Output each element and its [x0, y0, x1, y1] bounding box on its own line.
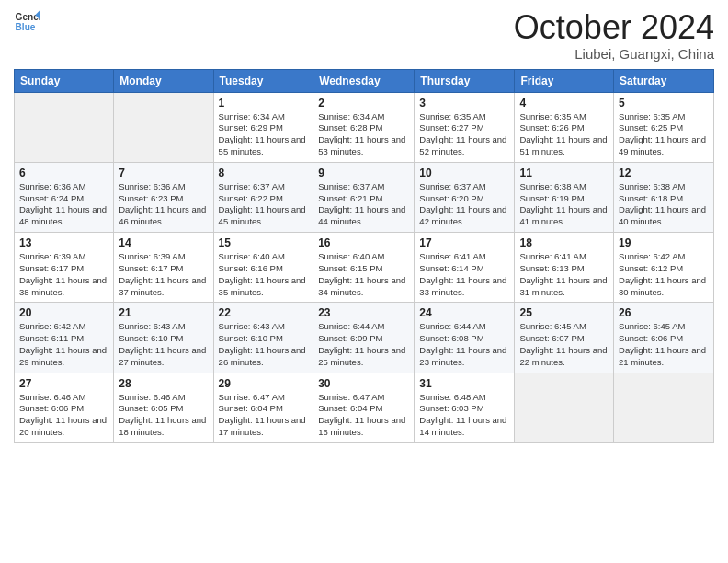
day-info: Sunrise: 6:43 AM Sunset: 6:10 PM Dayligh… — [219, 321, 309, 368]
calendar-cell: 13Sunrise: 6:39 AM Sunset: 6:17 PM Dayli… — [15, 233, 114, 303]
calendar-cell: 18Sunrise: 6:41 AM Sunset: 6:13 PM Dayli… — [515, 233, 614, 303]
calendar-week-row: 1Sunrise: 6:34 AM Sunset: 6:29 PM Daylig… — [15, 92, 714, 162]
calendar-cell: 17Sunrise: 6:41 AM Sunset: 6:14 PM Dayli… — [415, 233, 515, 303]
weekday-header-row: Sunday Monday Tuesday Wednesday Thursday… — [15, 69, 714, 92]
day-number: 4 — [519, 97, 609, 109]
title-block: October 2024 Liubei, Guangxi, China — [514, 9, 714, 62]
day-number: 15 — [219, 236, 309, 249]
calendar-cell: 12Sunrise: 6:38 AM Sunset: 6:18 PM Dayli… — [614, 162, 714, 232]
day-info: Sunrise: 6:46 AM Sunset: 6:06 PM Dayligh… — [19, 392, 108, 439]
day-info: Sunrise: 6:44 AM Sunset: 6:09 PM Dayligh… — [318, 321, 409, 368]
day-number: 13 — [19, 236, 108, 249]
day-info: Sunrise: 6:35 AM Sunset: 6:27 PM Dayligh… — [419, 111, 509, 158]
calendar-cell: 23Sunrise: 6:44 AM Sunset: 6:09 PM Dayli… — [313, 303, 415, 373]
day-info: Sunrise: 6:35 AM Sunset: 6:26 PM Dayligh… — [519, 111, 609, 158]
day-number: 14 — [119, 236, 208, 249]
day-number: 24 — [419, 306, 509, 319]
day-info: Sunrise: 6:38 AM Sunset: 6:18 PM Dayligh… — [619, 181, 709, 228]
col-sunday: Sunday — [15, 69, 114, 92]
day-info: Sunrise: 6:38 AM Sunset: 6:19 PM Dayligh… — [519, 181, 609, 228]
calendar-cell: 26Sunrise: 6:45 AM Sunset: 6:06 PM Dayli… — [614, 303, 714, 373]
day-number: 11 — [519, 167, 609, 179]
day-number: 12 — [619, 167, 709, 179]
logo-icon: General Blue — [14, 9, 40, 35]
calendar-cell: 15Sunrise: 6:40 AM Sunset: 6:16 PM Dayli… — [213, 233, 313, 303]
day-number: 28 — [119, 377, 208, 390]
day-number: 8 — [219, 167, 309, 179]
calendar-cell: 28Sunrise: 6:46 AM Sunset: 6:05 PM Dayli… — [114, 373, 213, 442]
title-month: October 2024 — [514, 9, 714, 46]
day-info: Sunrise: 6:35 AM Sunset: 6:25 PM Dayligh… — [619, 111, 709, 158]
calendar-cell: 24Sunrise: 6:44 AM Sunset: 6:08 PM Dayli… — [415, 303, 515, 373]
calendar-cell: 25Sunrise: 6:45 AM Sunset: 6:07 PM Dayli… — [515, 303, 614, 373]
day-number: 18 — [519, 236, 609, 249]
day-number: 2 — [318, 97, 409, 109]
header: General Blue October 2024 Liubei, Guangx… — [14, 9, 714, 62]
day-info: Sunrise: 6:47 AM Sunset: 6:04 PM Dayligh… — [318, 392, 409, 439]
day-info: Sunrise: 6:36 AM Sunset: 6:24 PM Dayligh… — [19, 181, 108, 228]
day-number: 10 — [419, 167, 509, 179]
day-info: Sunrise: 6:37 AM Sunset: 6:22 PM Dayligh… — [219, 181, 309, 228]
day-info: Sunrise: 6:40 AM Sunset: 6:15 PM Dayligh… — [318, 251, 409, 298]
svg-text:Blue: Blue — [16, 22, 36, 32]
calendar-cell: 30Sunrise: 6:47 AM Sunset: 6:04 PM Dayli… — [313, 373, 415, 442]
day-info: Sunrise: 6:40 AM Sunset: 6:16 PM Dayligh… — [219, 251, 309, 298]
calendar-week-row: 6Sunrise: 6:36 AM Sunset: 6:24 PM Daylig… — [15, 162, 714, 232]
col-friday: Friday — [515, 69, 614, 92]
day-info: Sunrise: 6:41 AM Sunset: 6:14 PM Dayligh… — [419, 251, 509, 298]
day-info: Sunrise: 6:41 AM Sunset: 6:13 PM Dayligh… — [519, 251, 609, 298]
day-number: 16 — [318, 236, 409, 249]
day-info: Sunrise: 6:42 AM Sunset: 6:11 PM Dayligh… — [19, 321, 108, 368]
calendar-cell: 8Sunrise: 6:37 AM Sunset: 6:22 PM Daylig… — [213, 162, 313, 232]
day-number: 1 — [219, 97, 309, 109]
calendar-cell: 27Sunrise: 6:46 AM Sunset: 6:06 PM Dayli… — [15, 373, 114, 442]
svg-text:General: General — [16, 12, 40, 22]
calendar-cell: 21Sunrise: 6:43 AM Sunset: 6:10 PM Dayli… — [114, 303, 213, 373]
day-number: 7 — [119, 167, 208, 179]
calendar-cell: 1Sunrise: 6:34 AM Sunset: 6:29 PM Daylig… — [213, 92, 313, 162]
day-number: 9 — [318, 167, 409, 179]
calendar-cell — [515, 373, 614, 442]
calendar-cell: 11Sunrise: 6:38 AM Sunset: 6:19 PM Dayli… — [515, 162, 614, 232]
day-number: 31 — [419, 377, 509, 390]
day-info: Sunrise: 6:45 AM Sunset: 6:06 PM Dayligh… — [619, 321, 709, 368]
day-info: Sunrise: 6:34 AM Sunset: 6:29 PM Dayligh… — [219, 111, 309, 158]
day-info: Sunrise: 6:45 AM Sunset: 6:07 PM Dayligh… — [519, 321, 609, 368]
day-number: 26 — [619, 306, 709, 319]
day-info: Sunrise: 6:47 AM Sunset: 6:04 PM Dayligh… — [219, 392, 309, 439]
calendar-cell — [614, 373, 714, 442]
calendar-week-row: 27Sunrise: 6:46 AM Sunset: 6:06 PM Dayli… — [15, 373, 714, 442]
day-info: Sunrise: 6:39 AM Sunset: 6:17 PM Dayligh… — [119, 251, 208, 298]
day-number: 19 — [619, 236, 709, 249]
calendar-cell: 29Sunrise: 6:47 AM Sunset: 6:04 PM Dayli… — [213, 373, 313, 442]
day-number: 21 — [119, 306, 208, 319]
calendar-cell — [114, 92, 213, 162]
calendar-cell: 9Sunrise: 6:37 AM Sunset: 6:21 PM Daylig… — [313, 162, 415, 232]
calendar-cell: 4Sunrise: 6:35 AM Sunset: 6:26 PM Daylig… — [515, 92, 614, 162]
day-number: 30 — [318, 377, 409, 390]
day-number: 5 — [619, 97, 709, 109]
logo: General Blue — [14, 9, 40, 35]
day-info: Sunrise: 6:37 AM Sunset: 6:20 PM Dayligh… — [419, 181, 509, 228]
day-number: 22 — [219, 306, 309, 319]
calendar-cell: 20Sunrise: 6:42 AM Sunset: 6:11 PM Dayli… — [15, 303, 114, 373]
calendar-cell: 7Sunrise: 6:36 AM Sunset: 6:23 PM Daylig… — [114, 162, 213, 232]
calendar-cell: 14Sunrise: 6:39 AM Sunset: 6:17 PM Dayli… — [114, 233, 213, 303]
day-info: Sunrise: 6:37 AM Sunset: 6:21 PM Dayligh… — [318, 181, 409, 228]
calendar-cell: 6Sunrise: 6:36 AM Sunset: 6:24 PM Daylig… — [15, 162, 114, 232]
day-number: 3 — [419, 97, 509, 109]
calendar-week-row: 20Sunrise: 6:42 AM Sunset: 6:11 PM Dayli… — [15, 303, 714, 373]
col-thursday: Thursday — [415, 69, 515, 92]
day-info: Sunrise: 6:44 AM Sunset: 6:08 PM Dayligh… — [419, 321, 509, 368]
day-number: 6 — [19, 167, 108, 179]
day-info: Sunrise: 6:43 AM Sunset: 6:10 PM Dayligh… — [119, 321, 208, 368]
day-info: Sunrise: 6:34 AM Sunset: 6:28 PM Dayligh… — [318, 111, 409, 158]
day-number: 23 — [318, 306, 409, 319]
day-number: 25 — [519, 306, 609, 319]
day-number: 27 — [19, 377, 108, 390]
calendar-week-row: 13Sunrise: 6:39 AM Sunset: 6:17 PM Dayli… — [15, 233, 714, 303]
col-monday: Monday — [114, 69, 213, 92]
day-number: 17 — [419, 236, 509, 249]
calendar-cell: 5Sunrise: 6:35 AM Sunset: 6:25 PM Daylig… — [614, 92, 714, 162]
day-info: Sunrise: 6:42 AM Sunset: 6:12 PM Dayligh… — [619, 251, 709, 298]
